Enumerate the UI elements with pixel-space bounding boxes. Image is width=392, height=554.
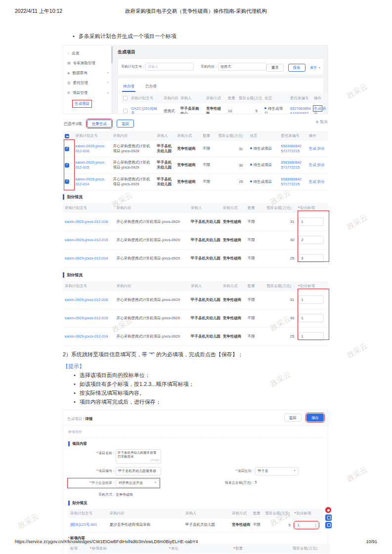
save-button[interactable]: 保存 bbox=[306, 414, 324, 422]
sidebar-item-query[interactable]: ◈数据查询▾ bbox=[63, 68, 113, 78]
cell-buyer: 甲子县机关幼儿园 bbox=[155, 157, 175, 173]
row-checkbox[interactable] bbox=[123, 109, 128, 113]
chevron-down-icon: ▾ bbox=[107, 81, 109, 84]
lot-number-stepper[interactable]: 1 bbox=[295, 522, 318, 528]
plan-no-link[interactable]: kaixin-0929-jzxcs-012-015 bbox=[63, 309, 114, 327]
plan-no-link[interactable]: kaixin-0929-jzxcs-012-016 bbox=[74, 141, 111, 157]
bullet-icon: • bbox=[73, 33, 75, 39]
back-button[interactable]: 返回 bbox=[117, 120, 134, 128]
divide-lot-input[interactable]: 3 bbox=[298, 254, 324, 262]
print-timestamp: 2022/4/11 上午10:12 bbox=[15, 8, 62, 15]
total-budget-value: 5 bbox=[255, 479, 257, 487]
survey-icon[interactable] bbox=[325, 522, 332, 528]
step-tab-label[interactable]: 标项划分 bbox=[68, 428, 323, 438]
cell-buyer: 甲子县机关幼儿园 bbox=[189, 213, 221, 231]
divide-lot-input[interactable]: 1 bbox=[298, 314, 324, 322]
plan-no-link[interactable]: kaixin-0929-jzxcs-012-016 bbox=[63, 213, 114, 231]
cell-method: 竞争性磋商 bbox=[221, 327, 246, 345]
sidebar-item-overview[interactable]: ○总览 bbox=[63, 48, 113, 58]
sidebar-item-expert[interactable]: ▤专家抽取管理 bbox=[63, 58, 113, 68]
watermark: 政采云 bbox=[345, 213, 369, 232]
cell-budget: 25 bbox=[216, 173, 248, 190]
tab-pending[interactable]: 待办理 bbox=[122, 83, 135, 92]
order-no-link[interactable]: 6583960842571772215 bbox=[279, 157, 306, 173]
divide-lot-input[interactable]: 1 bbox=[298, 296, 324, 304]
generate-link[interactable]: 生成 bbox=[309, 146, 316, 151]
cell-budget: 5 bbox=[263, 518, 292, 532]
generate-link[interactable]: 生成 bbox=[309, 163, 316, 167]
generate-link[interactable]: 生成 bbox=[314, 106, 321, 111]
sidebar-scrollbar[interactable] bbox=[111, 45, 113, 114]
project-region-select[interactable]: 甲子县 bbox=[255, 467, 299, 475]
divide-lot-input[interactable]: 1 bbox=[298, 332, 324, 341]
plan-no-link[interactable]: [丽水]123号-001 bbox=[68, 518, 108, 532]
batch-generate-button[interactable]: 批量生成 bbox=[87, 120, 112, 128]
sidebar-item-label: 总览 bbox=[72, 51, 79, 55]
project-code-input[interactable]: 甲子县机关幼儿园服务器 bbox=[116, 467, 161, 475]
tab-done[interactable]: 已办理 bbox=[144, 83, 158, 91]
row-checkbox[interactable] bbox=[65, 179, 69, 184]
divide-lot-input[interactable]: 2 bbox=[298, 236, 324, 244]
plan-no-link[interactable]: kaixin-0929-jzxcs-012-015 bbox=[63, 231, 114, 249]
chevron-down-icon: ▾ bbox=[107, 71, 109, 74]
cell-buyer: 甲子县机关幼儿园 bbox=[183, 518, 230, 532]
cell-budget: 30 bbox=[261, 231, 296, 249]
table-row: kaixin-0929-jzxcs-012-015 开心采购便携式计算机项目-j… bbox=[63, 157, 328, 173]
divide-lot-input[interactable]: 1 bbox=[298, 217, 324, 226]
col-header: 采购人 bbox=[155, 131, 175, 141]
split-link[interactable]: 拆分 bbox=[317, 146, 325, 151]
watermark: 政采云 bbox=[16, 511, 40, 531]
breadcrumb-current: 详情 bbox=[85, 417, 92, 421]
plan-no-input[interactable]: 请输入 bbox=[145, 63, 194, 71]
col-header-required: *标项名称 bbox=[88, 544, 167, 554]
sme-policy-select[interactable]: 对所有企业开放 bbox=[116, 479, 159, 487]
cell-method: 竞争性磋商 bbox=[175, 173, 201, 190]
row-checkbox[interactable] bbox=[65, 163, 69, 168]
project-name-textarea[interactable]: 甲子县机关幼儿园服务器项目采购需求17/100 bbox=[116, 449, 161, 464]
cell-content: 夏沙竞争性磋商项目采购 bbox=[108, 518, 183, 532]
split-link[interactable]: 拆分 bbox=[317, 163, 325, 167]
table-row: kaixin-0929-jzxcs-012-014 开心采购便携式计算机项目-j… bbox=[63, 249, 328, 267]
plan-no-link[interactable]: kaixin-0929-jzxcs-012-015 bbox=[74, 157, 111, 173]
select-all-checkbox[interactable] bbox=[123, 96, 128, 100]
col-header: 采购人 bbox=[183, 509, 230, 518]
col-header-required: *划分标项 bbox=[296, 281, 328, 291]
content-input[interactable]: 便携式 bbox=[218, 63, 266, 71]
back-button[interactable]: 返回 bbox=[284, 414, 302, 422]
reset-button[interactable]: 重置 bbox=[266, 64, 284, 72]
cell-content: 开心采购便携式计算机项目-jzxcs-0929 bbox=[114, 327, 188, 345]
generate-link[interactable]: 生成 bbox=[309, 179, 316, 184]
help-icon[interactable] bbox=[325, 514, 332, 521]
sidebar-item-project[interactable]: ⊞项目管理▴ bbox=[63, 88, 113, 98]
expand-toggle[interactable]: 展开 bbox=[310, 66, 320, 69]
status-badge: 待生成项目 bbox=[262, 103, 288, 114]
service-badge-icon[interactable] bbox=[325, 507, 332, 513]
order-no-link[interactable]: 6527063854644600867 bbox=[288, 103, 312, 114]
select-all-checkbox[interactable] bbox=[65, 134, 69, 138]
plan-no-link[interactable]: kaixin-0929-jzxcs-012-014 bbox=[63, 327, 114, 345]
plan-no-link[interactable]: kaixin-0929-jzxcs-012-014 bbox=[74, 173, 111, 190]
query-icon: ◈ bbox=[67, 71, 70, 75]
expert-icon: ▤ bbox=[67, 61, 71, 65]
order-no-link[interactable]: 6583960842571772215 bbox=[279, 141, 306, 157]
cancel-selection[interactable]: ⊗ 取消 bbox=[316, 120, 327, 125]
row-checkbox[interactable] bbox=[65, 147, 69, 151]
cancel-icon: ⊗ bbox=[316, 120, 319, 124]
print-footer: https://service.zcygov.cn/#/knowledges/C… bbox=[15, 539, 377, 544]
breadcrumb-root[interactable]: 生成项目 bbox=[67, 417, 82, 421]
cell-content: 开心采购便携式计算机项目-jzxcs-0929 bbox=[114, 291, 188, 309]
plan-no-link[interactable]: GXZC-[2019]38号 bbox=[129, 103, 162, 114]
col-header: 预算金额(万元) bbox=[291, 544, 330, 554]
col-header: 采购计划文号 bbox=[74, 131, 111, 141]
chevron-up-icon: ▴ bbox=[107, 90, 109, 94]
order-no-link[interactable]: 6583960842571772215 bbox=[279, 173, 306, 190]
split-link[interactable]: 拆分 bbox=[317, 179, 325, 184]
sidebar-item-generate-project[interactable]: 生成项目 bbox=[73, 101, 91, 107]
cell-method: 竞争性磋商 bbox=[230, 518, 251, 532]
table-row: kaixin-0929-jzxcs-012-015 开心采购便携式计算机项目-j… bbox=[63, 231, 328, 249]
search-button[interactable]: 搜索 bbox=[288, 64, 305, 72]
plan-no-link[interactable]: kaixin-0929-jzxcs-012-014 bbox=[63, 249, 114, 267]
plan-no-link[interactable]: kaixin-0929-jzxcs-012-016 bbox=[63, 291, 114, 309]
sidebar-item-entrust[interactable]: ▥委托管理▾ bbox=[63, 78, 113, 88]
col-header: 数量 bbox=[201, 131, 216, 141]
